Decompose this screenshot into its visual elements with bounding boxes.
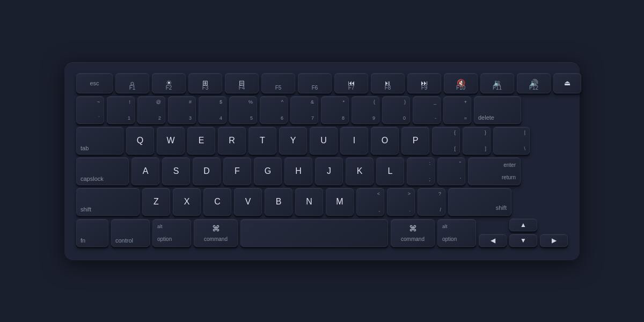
key-r[interactable]: R	[218, 127, 246, 155]
key-p[interactable]: P	[401, 127, 429, 155]
key-f6[interactable]: F6	[298, 73, 332, 93]
key-z[interactable]: Z	[142, 188, 170, 216]
key-left[interactable]: ◀	[479, 234, 507, 247]
key-9[interactable]: ( 9	[352, 96, 379, 124]
key-0[interactable]: ) 0	[382, 96, 410, 124]
key-semicolon[interactable]: : ;	[407, 157, 435, 185]
key-s[interactable]: S	[162, 157, 190, 185]
key-w[interactable]: W	[157, 127, 185, 155]
key-j[interactable]: J	[315, 157, 343, 185]
key-k[interactable]: K	[346, 157, 374, 185]
key-delete[interactable]: delete	[474, 96, 521, 124]
key-1[interactable]: ! 1	[107, 96, 135, 124]
key-fn[interactable]: fn	[76, 219, 108, 247]
qwerty-row: tab Q W E R T Y U I O P { [ } ] | \	[76, 127, 568, 155]
number-row: ~ ` ! 1 @ 2 # 3 $ 4 % 5 ^ 6 & 7	[76, 96, 568, 124]
key-7[interactable]: & 7	[290, 96, 318, 124]
key-lbracket[interactable]: { [	[432, 127, 460, 155]
key-n[interactable]: N	[295, 188, 323, 216]
key-4[interactable]: $ 4	[199, 96, 226, 124]
key-5[interactable]: % 5	[229, 96, 257, 124]
key-left-command[interactable]: ⌘ command	[194, 219, 238, 247]
key-left-alt[interactable]: alt option	[152, 219, 191, 247]
key-f3[interactable]: ⊞ F3	[188, 73, 222, 93]
bottom-row: fn control alt option ⌘ command ⌘ comman…	[76, 218, 568, 247]
home-row: capslock A S D F G H J K L : ; " ' enter…	[76, 157, 568, 185]
key-v[interactable]: V	[234, 188, 262, 216]
key-8[interactable]: * 8	[321, 96, 349, 124]
key-control[interactable]: control	[111, 219, 150, 247]
key-f5[interactable]: F5	[261, 73, 295, 93]
key-down[interactable]: ▼	[509, 234, 537, 247]
key-u[interactable]: U	[310, 127, 338, 155]
arrow-key-group: ▲ ◀ ▼ ▶	[479, 218, 568, 247]
key-x[interactable]: X	[173, 188, 201, 216]
key-a[interactable]: A	[131, 157, 159, 185]
key-g[interactable]: G	[254, 157, 282, 185]
key-up[interactable]: ▲	[509, 218, 537, 231]
key-equals[interactable]: + =	[443, 96, 471, 124]
key-t[interactable]: T	[248, 127, 276, 155]
key-d[interactable]: D	[193, 157, 221, 185]
key-backtick[interactable]: ~ `	[76, 96, 104, 124]
key-q[interactable]: Q	[126, 127, 154, 155]
key-right-command[interactable]: ⌘ command	[391, 219, 435, 247]
key-e[interactable]: E	[187, 127, 215, 155]
key-b[interactable]: B	[265, 188, 292, 216]
key-2[interactable]: @ 2	[137, 96, 165, 124]
key-enter[interactable]: enter return	[468, 157, 521, 185]
key-f8[interactable]: ⏯ F8	[371, 73, 405, 93]
key-f12[interactable]: 🔊 F12	[517, 73, 551, 93]
key-3[interactable]: # 3	[168, 96, 196, 124]
fn-row: esc ☼ F1 ☀ F2 ⊞ F3 ⊟ F4 F5 F6 ⏮ F7 ⏯	[76, 73, 568, 93]
key-backslash[interactable]: | \	[493, 127, 530, 155]
key-right-shift[interactable]: shift	[448, 188, 511, 216]
key-f10[interactable]: 🔇 F10	[444, 73, 478, 93]
key-l[interactable]: L	[376, 157, 404, 185]
key-eject[interactable]: ⏏	[553, 73, 581, 93]
key-m[interactable]: M	[326, 188, 354, 216]
shift-row: shift Z X C V B N M < , > . ? / shift	[76, 188, 568, 216]
key-period[interactable]: > .	[387, 188, 415, 216]
key-6[interactable]: ^ 6	[260, 96, 288, 124]
key-quote[interactable]: " '	[437, 157, 465, 185]
key-f[interactable]: F	[223, 157, 251, 185]
key-f9[interactable]: ⏭ F9	[407, 73, 441, 93]
key-o[interactable]: O	[371, 127, 399, 155]
key-f11[interactable]: 🔉 F11	[480, 73, 514, 93]
key-f7[interactable]: ⏮ F7	[334, 73, 368, 93]
key-y[interactable]: Y	[279, 127, 307, 155]
key-right-alt[interactable]: alt option	[437, 219, 476, 247]
key-rbracket[interactable]: } ]	[463, 127, 491, 155]
key-capslock[interactable]: capslock	[76, 157, 129, 185]
key-f2[interactable]: ☀ F2	[152, 73, 186, 93]
key-minus[interactable]: _ -	[413, 96, 441, 124]
key-h[interactable]: H	[284, 157, 312, 185]
key-f4[interactable]: ⊟ F4	[225, 73, 259, 93]
key-i[interactable]: I	[340, 127, 368, 155]
key-f1[interactable]: ☼ F1	[115, 73, 149, 93]
key-space[interactable]	[240, 219, 388, 247]
key-left-shift[interactable]: shift	[76, 188, 140, 216]
key-c[interactable]: C	[203, 188, 231, 216]
key-esc[interactable]: esc	[76, 73, 113, 93]
keyboard: esc ☼ F1 ☀ F2 ⊞ F3 ⊟ F4 F5 F6 ⏮ F7 ⏯	[64, 62, 580, 260]
key-right[interactable]: ▶	[540, 234, 568, 247]
key-tab[interactable]: tab	[76, 127, 123, 155]
key-slash[interactable]: ? /	[418, 188, 445, 216]
key-comma[interactable]: < ,	[356, 188, 384, 216]
